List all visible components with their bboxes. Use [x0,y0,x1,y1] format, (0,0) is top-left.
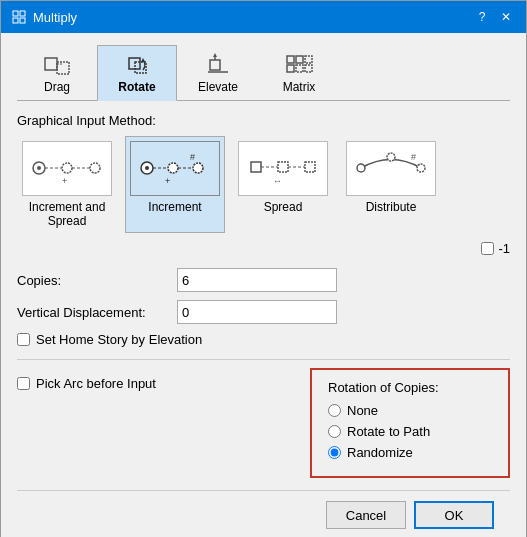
svg-point-22 [62,163,72,173]
svg-rect-36 [278,162,288,172]
dialog-content: Drag Rotate [1,33,526,537]
close-button[interactable]: ✕ [496,7,516,27]
method-spread-icon: ↔ [238,141,328,196]
method-distribute-icon: # [346,141,436,196]
rotate-tab-label: Rotate [118,80,155,94]
separator [17,359,510,360]
rotation-title: Rotation of Copies: [328,380,492,395]
method-spread[interactable]: ↔ Spread [233,136,333,233]
svg-rect-35 [251,162,261,172]
distribute-value: -1 [498,241,510,256]
rotation-none-row: None [328,403,492,418]
tab-bar: Drag Rotate [17,45,510,101]
ok-button[interactable]: OK [414,501,494,529]
title-bar-controls: ? ✕ [472,7,516,27]
tab-elevate[interactable]: Elevate [177,45,259,100]
home-story-label: Set Home Story by Elevation [36,332,202,347]
svg-text:#: # [190,152,195,162]
svg-rect-2 [20,18,25,23]
home-story-row: Set Home Story by Elevation [17,332,510,347]
pick-arc-label: Pick Arc before Input [36,376,156,391]
pick-arc-row: Pick Arc before Input [17,376,310,391]
tab-rotate[interactable]: Rotate [97,45,177,101]
multiply-window: Multiply ? ✕ Drag [0,0,527,537]
svg-rect-4 [45,58,57,70]
distribute-checkbox[interactable] [481,242,494,255]
svg-text:#: # [411,152,416,162]
svg-rect-0 [13,11,18,16]
method-increment-label: Increment [148,200,201,214]
rotation-path-row: Rotate to Path [328,424,492,439]
method-increment-spread-label: Increment andSpread [29,200,106,228]
window-icon [11,9,27,25]
matrix-tab-label: Matrix [283,80,316,94]
svg-point-41 [357,164,365,172]
rotation-path-label: Rotate to Path [347,424,430,439]
copies-label: Copies: [17,273,177,288]
matrix-tab-icon [283,52,315,76]
svg-rect-18 [296,65,303,72]
svg-text:+: + [165,176,170,186]
svg-rect-3 [13,18,18,23]
svg-point-43 [417,164,425,172]
elevate-tab-icon [202,52,234,76]
method-distribute[interactable]: # Distribute [341,136,441,233]
svg-rect-37 [305,162,315,172]
rotation-box: Rotation of Copies: None Rotate to Path … [310,368,510,478]
bottom-section: Pick Arc before Input Rotation of Copies… [17,368,510,478]
cancel-button[interactable]: Cancel [326,501,406,529]
elevate-tab-label: Elevate [198,80,238,94]
window-title: Multiply [33,10,77,25]
svg-rect-15 [296,56,303,63]
svg-point-23 [90,163,100,173]
graphical-input-label: Graphical Input Method: [17,113,510,128]
rotation-path-radio[interactable] [328,425,341,438]
rotation-randomize-label: Randomize [347,445,413,460]
rotation-randomize-row: Randomize [328,445,492,460]
svg-rect-14 [287,56,294,63]
svg-point-42 [387,153,395,161]
rotate-tab-icon [121,52,153,76]
svg-rect-16 [305,56,312,63]
title-bar-left: Multiply [11,9,77,25]
vertical-label: Vertical Displacement: [17,305,177,320]
method-distribute-label: Distribute [366,200,417,214]
rotation-randomize-radio[interactable] [328,446,341,459]
svg-point-28 [145,166,149,170]
svg-rect-11 [210,60,220,70]
svg-point-21 [37,166,41,170]
vertical-input[interactable] [177,300,337,324]
svg-rect-17 [287,65,294,72]
method-increment-icon: + # [130,141,220,196]
svg-rect-1 [20,11,25,16]
method-increment[interactable]: + # Increment [125,136,225,233]
distribute-extra: -1 [17,241,510,256]
copies-input[interactable] [177,268,337,292]
svg-point-29 [168,163,178,173]
footer: Cancel OK [17,490,510,537]
rotation-none-label: None [347,403,378,418]
method-increment-spread-icon: + [22,141,112,196]
home-story-checkbox[interactable] [17,333,30,346]
help-button[interactable]: ? [472,7,492,27]
svg-marker-13 [213,53,217,57]
svg-text:+: + [62,176,67,186]
vertical-row: Vertical Displacement: [17,300,510,324]
method-spread-label: Spread [264,200,303,214]
bottom-left: Pick Arc before Input [17,368,310,403]
tab-drag[interactable]: Drag [17,45,97,100]
svg-point-30 [193,163,203,173]
gfx-methods-container: + Increment andSpread + # [17,136,510,233]
svg-rect-19 [305,65,312,72]
title-bar: Multiply ? ✕ [1,1,526,33]
svg-text:↔: ↔ [273,176,282,186]
copies-row: Copies: [17,268,510,292]
pick-arc-checkbox[interactable] [17,377,30,390]
rotation-none-radio[interactable] [328,404,341,417]
tab-matrix[interactable]: Matrix [259,45,339,100]
method-increment-spread[interactable]: + Increment andSpread [17,136,117,233]
drag-tab-icon [41,52,73,76]
drag-tab-label: Drag [44,80,70,94]
